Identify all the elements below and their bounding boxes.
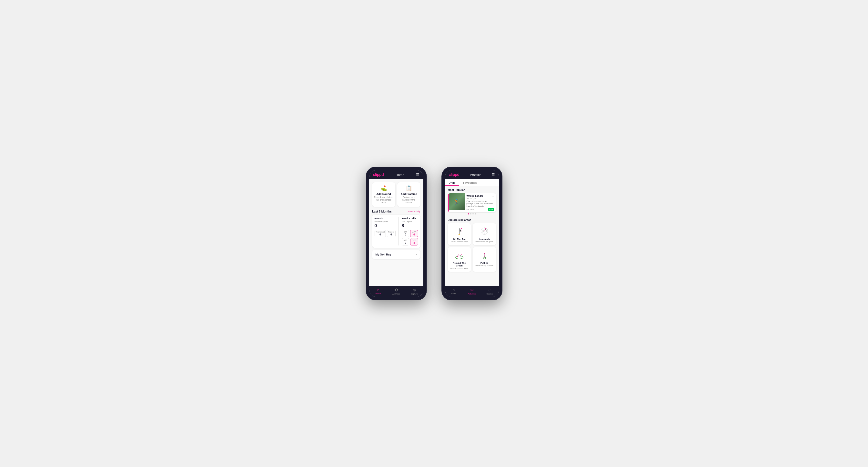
explore-section: Explore skill areas — [445, 217, 499, 274]
add-practice-desc: Capture your practice off-the-course — [399, 196, 418, 204]
tab-favourites[interactable]: Favourites — [459, 179, 481, 186]
putting-desc: Make and lag practice — [475, 264, 494, 267]
nav-home-2[interactable]: ⌂ Home — [445, 288, 463, 295]
drill-yardage: 50–100 yds — [467, 197, 484, 199]
drill-name-block: Wedge Ladder 50–100 yds — [467, 195, 484, 200]
approach-icon — [479, 226, 490, 237]
rounds-title: Rounds — [375, 217, 396, 220]
capture-nav-label: Capture — [411, 293, 417, 295]
svg-point-15 — [455, 256, 463, 259]
practice-value: 0 — [388, 233, 394, 236]
tab-drills[interactable]: Drills — [445, 179, 460, 186]
drills-sub-row-top: OTT 0 APP 4 — [402, 230, 418, 237]
view-activity-link[interactable]: View Activity — [408, 210, 421, 213]
skill-card-putting[interactable]: Putting Make and lag practice — [473, 247, 496, 272]
ott-label: OTT — [403, 231, 408, 233]
dot-1 — [468, 213, 469, 215]
skill-card-approach[interactable]: Approach Dial-in to hit the green — [473, 223, 496, 245]
phone1-content: ⛳ Add Round Record your shots in fast or… — [369, 179, 423, 286]
most-popular-section: Most Popular 🏌️ Wedge Ladder 50–100 yds — [445, 186, 499, 217]
app-badge: APP — [488, 208, 494, 211]
drill-shots: ● 9 shots — [467, 208, 474, 211]
putting-name: Putting — [475, 261, 494, 264]
add-practice-title: Add Practice — [399, 192, 418, 195]
skill-grid: Off The Tee Power and accuracy — [448, 223, 496, 272]
activities-nav-label-2: Activities — [468, 293, 476, 295]
home-nav-label-2: Home — [451, 292, 456, 295]
putt-value: 4 — [411, 241, 416, 244]
capture-nav-icon-2: ⊕ — [488, 288, 492, 292]
putting-icon-area — [479, 250, 490, 260]
arg-box: ARG 0 — [402, 238, 409, 245]
svg-point-12 — [484, 230, 485, 230]
activities-nav-icon: ⚙ — [395, 288, 398, 292]
carousel-dots — [448, 212, 496, 215]
dot-2 — [470, 213, 471, 215]
svg-point-7 — [461, 231, 461, 232]
off-the-tee-icon-area — [454, 226, 465, 237]
around-the-green-icon — [454, 250, 465, 260]
svg-point-5 — [461, 228, 462, 229]
shots-icon: ● — [467, 208, 468, 211]
drill-name: Wedge Ladder — [467, 195, 484, 197]
capture-nav-label-2: Capture — [486, 293, 493, 295]
off-the-tee-desc: Power and accuracy — [450, 241, 469, 243]
skill-card-off-the-tee[interactable]: Off The Tee Power and accuracy — [448, 223, 471, 245]
phone-1: clippd Home ☰ ⛳ Add Round Record your sh… — [366, 167, 427, 300]
off-the-tee-icon — [454, 226, 465, 237]
svg-point-0 — [459, 234, 460, 235]
drills-title: Practice Drills — [402, 217, 418, 220]
nav-activities-2[interactable]: ⚙ Activities — [463, 288, 481, 295]
phone-2: clippd Practice ☰ Drills Favourites Most… — [441, 167, 502, 300]
phone2-hamburger-icon[interactable]: ☰ — [492, 173, 495, 177]
activities-nav-icon-2: ⚙ — [470, 288, 474, 292]
star-icon[interactable]: ☆ — [492, 195, 494, 197]
arg-label: ARG — [403, 239, 408, 241]
golf-bag-row[interactable]: My Golf Bag › — [372, 250, 421, 259]
app-label: APP — [411, 231, 416, 233]
home-nav-icon-2: ⌂ — [453, 288, 455, 292]
nav-activities-1[interactable]: ⚙ Activities — [387, 288, 405, 295]
practice-label: Practice — [388, 231, 394, 233]
tournament-value: 0 — [376, 233, 385, 236]
around-the-green-name: Around The Green — [450, 261, 469, 267]
explore-label: Explore skill areas — [448, 218, 496, 221]
phone1-header-title: Home — [396, 173, 404, 177]
nav-capture-2[interactable]: ⊕ Capture — [481, 288, 499, 295]
nav-home-1[interactable]: ⌂ Home — [369, 288, 387, 295]
app-value: 4 — [411, 233, 416, 236]
golf-bag-label: My Golf Bag — [376, 253, 391, 256]
add-practice-card[interactable]: 📋 Add Practice Capture your practice off… — [397, 182, 421, 207]
hamburger-icon[interactable]: ☰ — [416, 173, 419, 177]
approach-desc: Dial-in to hit the green — [475, 241, 494, 243]
add-round-card[interactable]: ⛳ Add Round Record your shots in fast or… — [372, 182, 395, 207]
approach-name: Approach — [475, 238, 494, 240]
dot-3 — [472, 213, 474, 215]
drill-description: Play 1 shot at each target yardage. If y… — [467, 200, 494, 207]
tabs-bar: Drills Favourites — [445, 179, 499, 186]
add-round-title: Add Round — [374, 192, 393, 195]
drill-thumbnail: 🏌️ — [449, 193, 465, 210]
drill-thumb-image: 🏌️ — [449, 193, 465, 210]
home-nav-label: Home — [376, 292, 381, 295]
activities-nav-label: Activities — [393, 293, 400, 295]
putting-icon — [479, 250, 490, 260]
putt-label: PUTT — [411, 239, 416, 241]
phone2-logo: clippd — [449, 173, 460, 177]
drills-capture-label: Drils Capture — [402, 221, 418, 223]
practice-box: Practice 0 — [387, 230, 395, 237]
drill-card[interactable]: 🏌️ Wedge Ladder 50–100 yds ☆ Play 1 shot… — [448, 193, 496, 212]
add-round-desc: Record your shots in fast or enhanced mo… — [374, 196, 393, 204]
add-practice-icon: 📋 — [399, 185, 418, 191]
rounds-capture-label: Rounds Capture — [375, 221, 396, 223]
drill-info: Wedge Ladder 50–100 yds ☆ Play 1 shot at… — [465, 193, 496, 212]
most-popular-label: Most Popular — [448, 188, 496, 191]
ott-value: 0 — [403, 233, 408, 236]
chevron-right-icon: › — [416, 253, 417, 256]
phone1-header: clippd Home ☰ — [369, 170, 423, 179]
svg-line-4 — [459, 231, 461, 232]
skill-card-around-the-green[interactable]: Around The Green Hone your short game — [448, 247, 471, 272]
nav-capture-1[interactable]: ⊕ Capture — [405, 288, 423, 295]
phone1-logo: clippd — [373, 173, 384, 177]
phone2-content: Most Popular 🏌️ Wedge Ladder 50–100 yds — [445, 186, 499, 286]
